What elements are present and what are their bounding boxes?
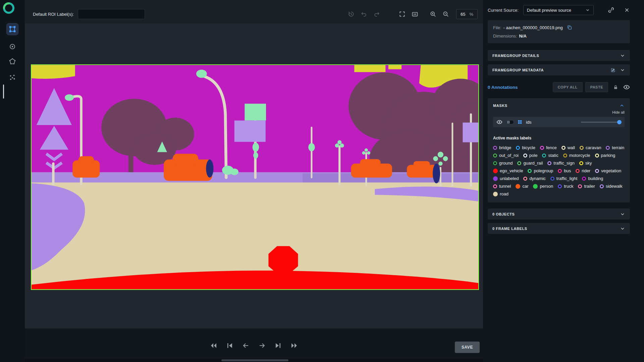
inspect-tool-button[interactable] [7,41,18,52]
mask-label-item[interactable]: bridge [493,145,511,150]
fit-screen-button[interactable] [398,10,407,18]
rail-scroll-indicator[interactable] [3,84,4,99]
mask-label-text: static [548,153,558,158]
masks-title: MASKS [493,104,507,108]
close-icon[interactable] [624,7,630,13]
annotations-count[interactable]: 0 Annotations [488,85,518,90]
mask-label-item[interactable]: truck [558,184,573,189]
copy-all-button[interactable]: COPY ALL [553,82,583,92]
framegroup-metadata-bar[interactable]: FRAMEGROUP METADATA [488,64,630,75]
undo-button[interactable] [360,10,368,18]
bbox-tool-button[interactable] [7,23,18,35]
mask-label-item[interactable]: sky [579,161,592,166]
hide-all-link[interactable]: Hide all [493,110,625,114]
mask-label-item[interactable]: bus [558,168,571,173]
mask-label-item[interactable]: building [582,176,603,181]
mask-label-item[interactable]: static [542,153,558,158]
actual-size-button[interactable] [411,10,419,18]
frame-labels-bar[interactable]: 0 FRAME LABELS [488,223,630,234]
opacity-slider[interactable] [581,120,621,124]
objects-bar[interactable]: 0 OBJECTS [488,208,630,220]
step-forward-button[interactable] [258,341,266,350]
visibility-icon[interactable] [623,84,630,90]
mask-label-item[interactable]: dynamic [523,176,545,181]
mask-label-item[interactable]: sidewalk [600,184,623,189]
source-dropdown[interactable]: Default preview source [523,5,594,15]
segmentation-image[interactable] [31,64,479,290]
step-back-button[interactable] [241,341,250,350]
mask-label-text: building [588,176,603,181]
mask-label-item[interactable]: traffic_sign [547,161,575,166]
slider-thumb[interactable] [617,120,622,124]
edit-icon[interactable] [610,67,616,73]
copy-filename-icon[interactable] [567,25,572,30]
roi-input[interactable] [78,9,145,19]
mask-label-item[interactable]: car [516,184,528,189]
active-masks-title: Active masks labels [493,136,625,140]
mask-label-item[interactable]: road [493,191,508,196]
mask-label-item[interactable]: ego_vehicle [493,168,523,173]
mask-toggle[interactable] [506,120,514,124]
skip-first-button[interactable] [209,341,218,350]
save-button[interactable]: SAVE [455,342,480,353]
mask-label-item[interactable]: pole [523,153,538,158]
chevron-up-icon[interactable] [619,103,625,108]
mask-label-item[interactable]: traffic_light [550,176,578,181]
zoom-percent-sign: % [469,12,473,17]
mask-label-item[interactable]: unlabeled [493,176,519,181]
mask-label-item[interactable]: fence [540,145,557,150]
mask-label-item[interactable]: polegroup [528,168,553,173]
mask-color-dot [493,169,498,173]
mask-label-item[interactable]: ground [493,161,513,166]
zoom-value[interactable]: 65 [461,12,465,17]
mask-label-item[interactable]: parking [595,153,615,158]
polygon-tool-button[interactable] [7,56,18,67]
keypoints-tool-button[interactable] [7,72,18,83]
skip-first-icon [210,342,218,350]
zoom-in-button[interactable] [429,10,437,18]
mask-color-dot [550,177,554,181]
mask-label-item[interactable]: guard_rail [517,161,543,166]
canvas-area[interactable] [25,23,483,328]
history-button[interactable] [347,10,356,18]
masks-panel: MASKS Hide all [488,98,630,202]
dimensions-label: Dimensions: [493,34,517,39]
skip-last-button[interactable] [290,341,299,350]
mask-label-text: out_of_roi [499,153,519,158]
mask-name: ids [526,120,532,125]
ids-mask-row[interactable]: ids [493,117,625,127]
redo-button[interactable] [372,10,381,18]
scrollbar-thumb[interactable] [221,359,288,361]
mask-label-item[interactable]: vegetation [595,168,621,173]
previous-frame-button[interactable] [225,341,234,350]
mask-label-item[interactable]: wall [561,145,575,150]
circle-dot-icon [9,43,16,50]
eye-icon[interactable] [496,119,502,125]
lock-icon[interactable] [613,84,619,90]
mask-color-dot [533,184,538,189]
zoom-out-button[interactable] [441,10,450,18]
ids-grid-icon[interactable] [517,119,523,125]
horizontal-scrollbar[interactable] [25,359,483,362]
mask-label-item[interactable]: motorcycle [563,153,590,158]
mask-color-dot [493,154,497,158]
mask-label-item[interactable]: rider [576,168,590,173]
arrow-left-icon [242,342,250,350]
link-icon[interactable] [608,7,614,13]
mask-label-item[interactable]: trailer [578,184,595,189]
mask-label-item[interactable]: terrain [606,145,624,150]
mask-color-dot [595,169,599,173]
zoom-level-box[interactable]: 65 % [456,9,478,19]
next-frame-button[interactable] [274,341,282,350]
framegroup-details-bar[interactable]: FRAMEGROUP DETAILS [488,50,630,61]
mask-color-dot [576,169,580,173]
mask-label-item[interactable]: person [533,184,553,189]
arrow-right-icon [258,342,266,350]
paste-button[interactable]: PASTE [585,82,608,92]
annotation-app: Default ROI Label(s): [0,0,644,362]
chevron-down-icon [620,226,625,231]
mask-label-item[interactable]: out_of_roi [493,153,519,158]
mask-label-item[interactable]: bicycle [516,145,535,150]
mask-label-item[interactable]: caravan [580,145,601,150]
mask-label-item[interactable]: tunnel [493,184,511,189]
